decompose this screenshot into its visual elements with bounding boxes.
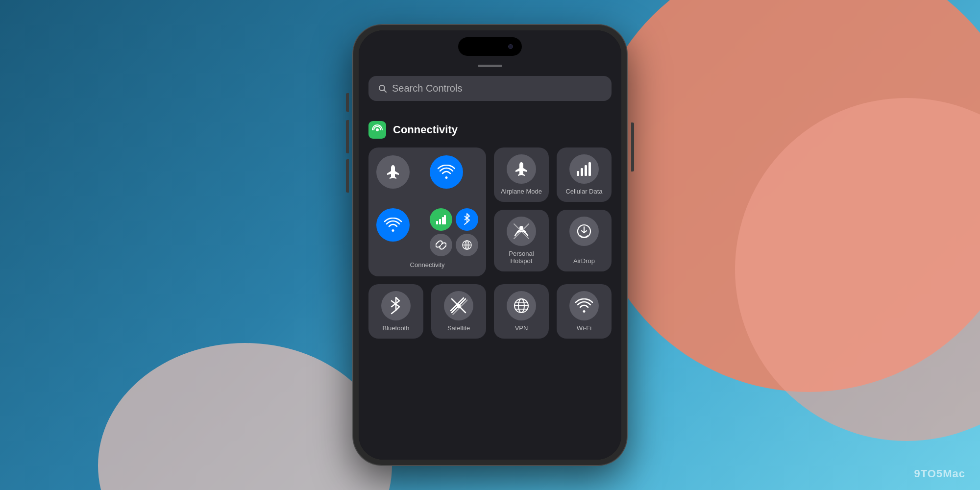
svg-rect-12 <box>577 171 579 176</box>
watermark: 9TO5Mac <box>914 467 965 480</box>
power-button[interactable] <box>631 122 634 172</box>
connectivity-widget[interactable]: Connectivity <box>368 147 486 276</box>
svg-rect-15 <box>588 162 591 176</box>
svg-rect-4 <box>439 219 441 224</box>
svg-line-1 <box>384 90 387 92</box>
svg-rect-3 <box>436 221 438 224</box>
controls-grid: Connectivity <box>368 147 612 276</box>
personal-hotspot-circle <box>507 217 536 246</box>
personal-hotspot-item[interactable]: Personal Hotspot <box>494 210 549 271</box>
connectivity-wifi2-btn[interactable] <box>376 208 410 242</box>
connectivity-widget-label: Connectivity <box>410 261 445 269</box>
mini-cellular-btn[interactable] <box>430 208 452 231</box>
svg-line-20 <box>392 310 396 314</box>
small-grid <box>430 208 478 256</box>
airdrop-item[interactable]: AirDrop <box>557 210 612 271</box>
svg-rect-6 <box>444 215 446 224</box>
personal-hotspot-label: Personal Hotspot <box>501 250 542 265</box>
cellular-data-circle <box>569 154 599 184</box>
search-placeholder: Search Controls <box>392 83 462 94</box>
airplane-mode-item[interactable]: Airplane Mode <box>494 147 549 202</box>
airplane-mode-circle <box>507 154 536 184</box>
volume-down-button[interactable] <box>346 159 349 193</box>
vpn-item[interactable]: VPN <box>494 284 549 339</box>
bluetooth-label: Bluetooth <box>383 324 410 332</box>
mute-button[interactable] <box>346 93 349 112</box>
search-icon <box>378 84 387 93</box>
mini-bluetooth-btn[interactable] <box>456 208 478 231</box>
wifi-item[interactable]: Wi-Fi <box>557 284 612 339</box>
svg-point-2 <box>376 128 379 131</box>
vpn-circle <box>507 291 536 320</box>
mini-link-btn[interactable] <box>430 234 452 256</box>
mini-globe-btn[interactable] <box>456 234 478 256</box>
bluetooth-circle <box>381 291 411 320</box>
phone-container: Search Controls <box>353 24 627 466</box>
svg-line-22 <box>452 299 457 304</box>
right-column: Airplane Mode <box>494 147 612 276</box>
wifi-label: Wi-Fi <box>577 324 591 332</box>
divider <box>359 111 621 111</box>
section-header: Connectivity <box>368 121 612 139</box>
cellular-data-item[interactable]: Cellular Data <box>557 147 612 202</box>
controls-area: Connectivity <box>359 121 621 460</box>
connectivity-section-icon <box>368 121 386 139</box>
camera-dot <box>508 44 513 49</box>
satellite-label: Satellite <box>447 324 470 332</box>
right-row-bottom: Personal Hotspot <box>494 210 612 271</box>
satellite-item[interactable]: Satellite <box>431 284 486 339</box>
volume-up-button[interactable] <box>346 120 349 153</box>
airdrop-label: AirDrop <box>573 257 595 265</box>
screen-content: Search Controls <box>359 30 621 460</box>
bluetooth-item[interactable]: Bluetooth <box>368 284 423 339</box>
svg-line-23 <box>461 308 466 313</box>
svg-line-7 <box>465 222 467 224</box>
airplane-mode-label: Airplane Mode <box>501 188 542 195</box>
section-title: Connectivity <box>393 123 458 136</box>
airdrop-circle <box>569 217 599 246</box>
satellite-circle <box>444 291 473 320</box>
right-row-top: Airplane Mode <box>494 147 612 202</box>
svg-rect-13 <box>581 168 583 176</box>
vpn-label: VPN <box>515 324 528 332</box>
cellular-data-label: Cellular Data <box>565 188 602 195</box>
connectivity-airplane-btn[interactable] <box>376 155 410 189</box>
svg-rect-5 <box>442 217 444 224</box>
dynamic-island <box>458 37 522 56</box>
svg-rect-14 <box>585 165 587 176</box>
drag-handle[interactable] <box>478 65 502 67</box>
phone-screen: Search Controls <box>359 30 621 460</box>
wifi-circle <box>569 291 599 320</box>
bottom-row: Bluetooth <box>368 284 612 339</box>
connectivity-wifi-btn[interactable] <box>430 155 463 189</box>
search-bar[interactable]: Search Controls <box>368 76 612 101</box>
phone-outer: Search Controls <box>353 24 627 466</box>
